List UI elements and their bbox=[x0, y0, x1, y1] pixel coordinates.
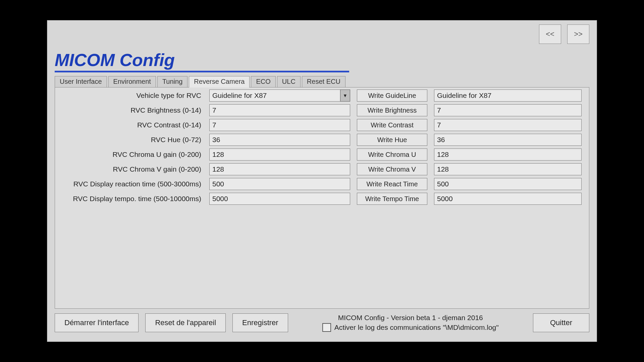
nav-prev-button[interactable]: << bbox=[539, 24, 561, 44]
tab-panel: Vehicle type for RVC ▼ Write GuideLine R… bbox=[55, 87, 589, 309]
tab-strip: User Interface Environment Tuning Revers… bbox=[55, 76, 589, 87]
readout-react-time[interactable] bbox=[434, 178, 582, 190]
react-time-input[interactable] bbox=[209, 178, 350, 190]
tab-eco[interactable]: ECO bbox=[251, 76, 275, 87]
write-chroma-u-button[interactable]: Write Chroma U bbox=[357, 148, 427, 161]
label-chroma-u: RVC Chroma U gain (0-200) bbox=[58, 150, 203, 159]
hue-input[interactable] bbox=[209, 134, 350, 146]
vehicle-type-select[interactable] bbox=[209, 89, 350, 102]
label-brightness: RVC Brightness (0-14) bbox=[58, 106, 203, 114]
log-checkbox[interactable] bbox=[322, 323, 331, 332]
readout-guideline[interactable] bbox=[434, 89, 582, 102]
label-vehicle-type: Vehicle type for RVC bbox=[58, 92, 203, 100]
tab-ulc[interactable]: ULC bbox=[277, 76, 301, 87]
readout-contrast[interactable] bbox=[434, 119, 582, 131]
log-label: Activer le log des communications "\MD\d… bbox=[334, 323, 499, 331]
reset-device-button[interactable]: Reset de l'appareil bbox=[145, 313, 226, 332]
contrast-input[interactable] bbox=[209, 119, 350, 131]
footer: Démarrer l'interface Reset de l'appareil… bbox=[55, 309, 589, 338]
save-button[interactable]: Enregistrer bbox=[232, 313, 288, 332]
page-title: MICOM Config bbox=[55, 50, 349, 72]
label-hue: RVC Hue (0-72) bbox=[58, 136, 203, 144]
tab-tuning[interactable]: Tuning bbox=[157, 76, 187, 87]
chevron-down-icon[interactable]: ▼ bbox=[340, 89, 350, 102]
tab-reverse-camera[interactable]: Reverse Camera bbox=[189, 76, 250, 87]
app-window: << >> MICOM Config User Interface Enviro… bbox=[47, 20, 597, 342]
quit-button[interactable]: Quitter bbox=[533, 313, 589, 332]
version-text: MICOM Config - Version beta 1 - djeman 2… bbox=[295, 314, 526, 322]
chroma-u-input[interactable] bbox=[209, 148, 350, 161]
write-brightness-button[interactable]: Write Brightness bbox=[357, 104, 427, 116]
tempo-time-input[interactable] bbox=[209, 193, 350, 205]
tab-reset-ecu[interactable]: Reset ECU bbox=[302, 76, 345, 87]
write-react-time-button[interactable]: Write React Time bbox=[357, 178, 427, 190]
readout-tempo-time[interactable] bbox=[434, 193, 582, 205]
footer-info: MICOM Config - Version beta 1 - djeman 2… bbox=[295, 314, 526, 332]
readout-brightness[interactable] bbox=[434, 104, 582, 116]
write-hue-button[interactable]: Write Hue bbox=[357, 134, 427, 146]
nav-next-button[interactable]: >> bbox=[567, 24, 589, 44]
tab-user-interface[interactable]: User Interface bbox=[55, 76, 107, 87]
readout-hue[interactable] bbox=[434, 134, 582, 146]
top-nav: << >> bbox=[539, 24, 589, 44]
write-guideline-button[interactable]: Write GuideLine bbox=[357, 89, 427, 102]
write-tempo-time-button[interactable]: Write Tempo Time bbox=[357, 193, 427, 205]
label-tempo-time: RVC Display tempo. time (500-10000ms) bbox=[58, 195, 203, 203]
label-react-time: RVC Display reaction time (500-3000ms) bbox=[58, 180, 203, 188]
readout-chroma-v[interactable] bbox=[434, 163, 582, 175]
write-contrast-button[interactable]: Write Contrast bbox=[357, 119, 427, 131]
tab-environment[interactable]: Environment bbox=[108, 76, 156, 87]
readout-chroma-u[interactable] bbox=[434, 148, 582, 161]
write-chroma-v-button[interactable]: Write Chroma V bbox=[357, 163, 427, 175]
brightness-input[interactable] bbox=[209, 104, 350, 116]
label-contrast: RVC Contrast (0-14) bbox=[58, 121, 203, 129]
chroma-v-input[interactable] bbox=[209, 163, 350, 175]
label-chroma-v: RVC Chroma V gain (0-200) bbox=[58, 165, 203, 173]
start-interface-button[interactable]: Démarrer l'interface bbox=[55, 313, 139, 332]
